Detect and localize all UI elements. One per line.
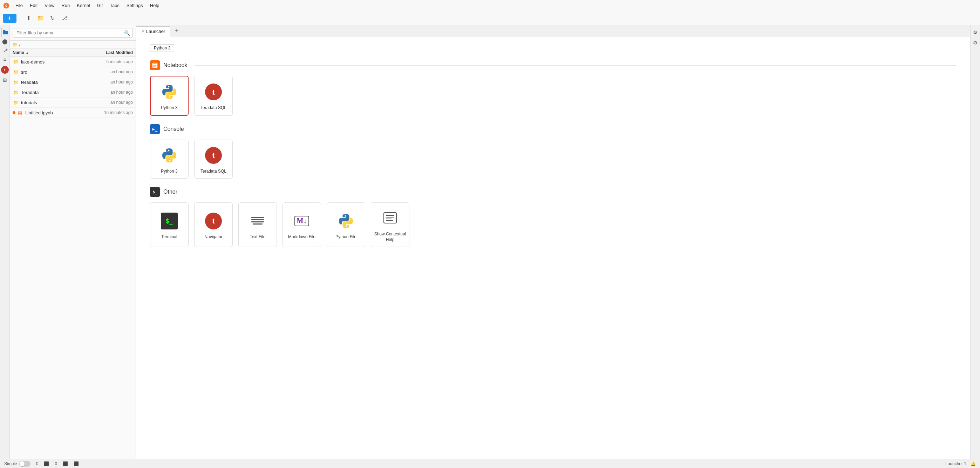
sidebar-icon-files[interactable] xyxy=(1,28,9,37)
notebook-section-title: Notebook xyxy=(163,62,188,69)
console-section-icon: ▶_ xyxy=(150,124,160,134)
search-icon: 🔍 xyxy=(124,30,130,36)
contextual-help-card[interactable]: Show Contextual Help xyxy=(371,203,409,247)
new-launcher-button[interactable]: + xyxy=(3,14,16,23)
sidebar-icon-extensions[interactable]: ⊞ xyxy=(1,76,9,84)
notification-icon: 🔔 xyxy=(970,461,976,466)
menu-file[interactable]: File xyxy=(13,2,25,9)
sidebar-icon-teradata[interactable]: t xyxy=(1,66,9,73)
right-sidebar-gear-top[interactable]: ⚙ xyxy=(971,28,980,37)
python3-notebook-label: Python 3 xyxy=(161,105,177,111)
section-divider xyxy=(191,129,956,129)
text-line-4 xyxy=(253,224,262,225)
python3-notebook-icon xyxy=(159,82,179,102)
column-name-header[interactable]: Name ▲ xyxy=(13,50,87,55)
python3-notebook-card[interactable]: Python 3 xyxy=(150,76,189,116)
svg-rect-3 xyxy=(153,64,157,64)
sidebar-icon-circle[interactable]: ⬤ xyxy=(1,37,9,46)
contextual-help-card-icon xyxy=(380,208,400,228)
simple-label: Simple xyxy=(4,461,17,466)
teradata-sql-notebook-label: Teradata SQL xyxy=(200,105,226,111)
tab-label: Launcher xyxy=(146,29,165,34)
toggle-knob xyxy=(20,461,24,466)
markdown-file-card[interactable]: M↓ Markdown File xyxy=(283,203,321,247)
file-modified-label: an hour ago xyxy=(87,80,133,85)
text-line-3 xyxy=(251,221,264,222)
list-item[interactable]: 📁 lake-demos 5 minutes ago xyxy=(10,57,136,67)
file-search-area: 🔍 xyxy=(10,25,136,41)
navigator-card-icon: t xyxy=(204,211,223,231)
folder-icon: 📁 xyxy=(13,59,19,65)
other-section-title: Other xyxy=(163,189,177,195)
svg-rect-4 xyxy=(153,65,157,65)
menu-run[interactable]: Run xyxy=(59,2,73,9)
navigator-label: Navigator xyxy=(204,234,222,240)
navigator-card[interactable]: t Navigator xyxy=(194,203,233,247)
list-item[interactable]: 📁 teradata an hour ago xyxy=(10,77,136,87)
status-bar: Simple 0 ⬛ 0 ⬛ ⬛ Launcher 1 🔔 xyxy=(0,459,980,468)
teradata-sql-console-card[interactable]: t Teradata SQL xyxy=(194,140,233,179)
text-line-1 xyxy=(251,217,264,218)
toggle-switch[interactable] xyxy=(19,461,30,466)
svg-rect-8 xyxy=(384,212,396,223)
jupyter-logo: C xyxy=(3,2,10,9)
list-item[interactable]: 📁 Teradata an hour ago xyxy=(10,87,136,97)
upload-button[interactable]: ⬆ xyxy=(24,13,33,23)
refresh-button[interactable]: ↻ xyxy=(48,13,57,23)
python3-console-card[interactable]: Python 3 xyxy=(150,140,189,179)
notebook-icon: ▤ xyxy=(17,109,23,116)
python-file-card[interactable]: Python File xyxy=(327,203,365,247)
terminal-label: Terminal xyxy=(161,234,177,240)
simple-toggle[interactable]: Simple xyxy=(4,461,30,466)
new-folder-button[interactable]: 📁 xyxy=(36,13,46,23)
python-tag-button[interactable]: Python 3 xyxy=(150,44,174,52)
status-right: Launcher 1 🔔 xyxy=(945,461,976,466)
terminal-icon: ⬛ xyxy=(63,461,68,466)
teradata-sql-notebook-card[interactable]: t Teradata SQL xyxy=(194,76,233,116)
teradata-sql-console-icon: t xyxy=(204,145,223,165)
list-item[interactable]: 📁 tutorials an hour ago xyxy=(10,97,136,108)
search-input[interactable] xyxy=(13,28,133,38)
svg-rect-5 xyxy=(153,66,156,67)
notebook-cards: Python 3 t Teradata SQL xyxy=(150,76,956,116)
menu-kernel[interactable]: Kernel xyxy=(74,2,93,9)
list-item[interactable]: 📁 src an hour ago xyxy=(10,67,136,77)
tab-add-button[interactable]: + xyxy=(172,26,181,36)
menu-settings[interactable]: Settings xyxy=(124,2,146,9)
main-content: ↗ Launcher + Python 3 Notebook xyxy=(136,25,970,459)
tab-external-icon: ↗ xyxy=(141,29,144,34)
text-file-card[interactable]: Text File xyxy=(238,203,277,247)
sidebar-icon-git[interactable]: ⎇ xyxy=(1,46,9,55)
svg-text:M↓: M↓ xyxy=(297,217,307,225)
python-file-card-icon xyxy=(336,211,356,231)
terminal-card[interactable]: $_ Terminal xyxy=(150,203,189,247)
file-panel: 🔍 📁 / Name ▲ Last Modified 📁 lake-demos … xyxy=(10,25,136,459)
section-divider xyxy=(185,192,956,192)
tab-launcher[interactable]: ↗ Launcher xyxy=(136,26,170,37)
other-cards: $_ Terminal t Navigator xyxy=(150,203,956,247)
kernel-icon: ⬛ xyxy=(44,461,49,466)
right-sidebar-gear-bottom[interactable]: ⚙ xyxy=(971,38,980,47)
section-divider xyxy=(194,65,956,65)
menu-view[interactable]: View xyxy=(42,2,57,9)
sidebar-icon-toc[interactable]: ≡ xyxy=(1,56,9,64)
file-modified-label: an hour ago xyxy=(87,100,133,105)
other-section-header: $_ Other xyxy=(150,187,956,197)
tab-bar: ↗ Launcher + xyxy=(136,25,970,37)
console-section-title: Console xyxy=(163,126,184,132)
python3-console-icon xyxy=(159,145,179,165)
git-button[interactable]: ⎇ xyxy=(60,13,69,23)
menu-edit[interactable]: Edit xyxy=(27,2,40,9)
file-list: 📁 lake-demos 5 minutes ago 📁 src an hour… xyxy=(10,57,136,459)
text-line-2 xyxy=(251,219,264,220)
other-section-icon: $_ xyxy=(150,187,160,197)
python-file-label: Python File xyxy=(336,234,356,240)
menu-bar: C File Edit View Run Kernel Git Tabs Set… xyxy=(0,0,980,11)
menu-tabs[interactable]: Tabs xyxy=(107,2,122,9)
menu-help[interactable]: Help xyxy=(147,2,162,9)
list-item[interactable]: ▤ Untitled.ipynb 16 minutes ago xyxy=(10,108,136,118)
file-list-header: Name ▲ Last Modified xyxy=(10,49,136,57)
menu-git[interactable]: Git xyxy=(94,2,106,9)
launcher-status: Launcher 1 xyxy=(945,461,966,466)
column-modified-header: Last Modified xyxy=(87,50,133,55)
